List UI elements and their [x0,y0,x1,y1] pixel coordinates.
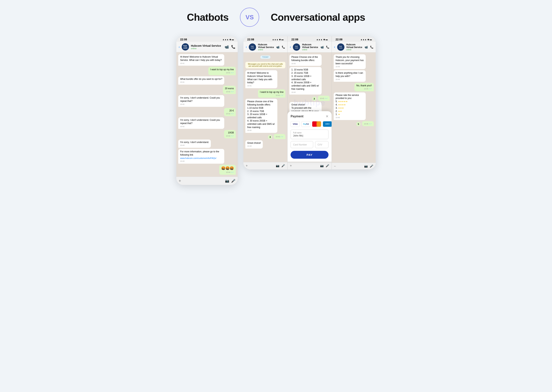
paypal-card[interactable]: PayPal [301,121,311,127]
conv-panel-left: 22:08 ▲▲▲ ◈ ▬ ‹ hubcom Hubcom Virtual Se… [243,36,288,169]
battery-icon-middle: ▬ [326,38,328,41]
number-badge-left: 3 [268,135,272,139]
fullname-value: John Mc| [293,134,303,137]
chat-info-left: Hubcom Virtual Service online [258,43,274,51]
plus-icon-chatbot[interactable]: + [179,178,181,183]
battery-icon-left: ▬ [281,38,283,41]
video-icon[interactable]: 📹 [225,45,229,49]
camera-icon-middle[interactable]: 📷 [320,164,324,168]
time-chatbot: 22:08 [180,38,187,41]
chat-header-icons-chatbot: 📹 📞 [225,45,235,49]
dash-icon-right: – [334,164,336,168]
msg-left-3: Please choose one of the following bundl… [245,99,277,133]
plus-icon-left[interactable]: + [246,164,248,168]
wifi-icon-middle: ◈ [323,38,325,41]
mic-icon-left[interactable]: 🎤 [281,164,285,168]
chat-status-middle: online [302,49,318,51]
fullname-label: Full name [293,132,326,134]
chat-footer-right: – 📷 🎤 [332,163,376,169]
chat-header-right: ‹ hubcom Hubcom Virtual Service online 📹… [332,42,376,52]
signal-icon-middle: ▲▲▲ [316,38,323,41]
msg-chatbot-reaction: 🤬🤬🤬 10:44 ✓✓ [219,165,236,175]
payment-overlay: Payment ✕ VISA PayPal AMEX Full name [288,111,331,162]
camera-icon-right[interactable]: 📷 [364,164,368,168]
avatar-chatbot: hubcom [182,43,189,50]
chat-body-right: Thank you for choosing Hubcom, your paym… [332,52,376,163]
call-icon[interactable]: 📞 [231,45,235,49]
card-number-input[interactable]: Card Number [291,141,313,148]
chat-header-middle: ‹ hubcom Hubcom Virtual Service online 📹… [288,42,331,52]
chatbots-title: Chatbots [187,12,228,23]
camera-icon-left[interactable]: 📷 [276,164,279,168]
pay-button[interactable]: PAY [291,151,328,159]
mastercard-card[interactable] [312,121,321,127]
msg-chatbot-5: I'm sorry, I don't understand. Could you… [178,95,224,107]
visa-card[interactable]: VISA [291,121,300,127]
chatbot-phone: 22:08 ▲▲▲ ◈ ▬ ‹ hubcom Hubcom Virtual Se… [176,36,238,185]
msg-chatbot-4: 20 euros 10:42 ✓✓ [223,86,236,94]
wifi-icon: ◈ [229,38,231,41]
msg-chatbot-7: I'm sorry, I don't understand. Could you… [178,117,224,129]
fullname-input[interactable]: Full name John Mc| [291,130,328,139]
cvv-input[interactable]: CVV [315,141,328,148]
video-icon-middle[interactable]: 📹 [320,46,324,49]
payment-close-button[interactable]: ✕ [326,114,328,119]
payment-title: Payment [291,115,303,118]
call-icon-middle[interactable]: 📞 [326,46,329,49]
call-icon-left[interactable]: 📞 [282,46,285,49]
chat-info-right: Hubcom Virtual Service online [346,43,363,51]
battery-icon-right: ▬ [370,38,372,41]
status-bar-left: 22:08 ▲▲▲ ◈ ▬ [243,36,287,42]
card-number-placeholder: Card Number [293,143,307,146]
msg-left-1: Hi there! Welcome to Hubcom Virtual Serv… [245,70,277,88]
chat-header-info-chatbot: Hubcom Virtual Service online [191,44,223,49]
chat-status-chatbot: online [191,47,223,49]
signal-icon: ▲▲▲ [222,38,229,41]
msg-chatbot-2: I want to top up my line 10:41 ✓✓ [208,67,236,75]
vs-text: VS [246,14,254,21]
msg-mid-2: 1. 10 euros 5GB2. 15 euros 7GB3. 20 euro… [290,67,321,95]
msg-right-2: Is there anything else I can help you wi… [334,70,366,82]
status-bar-chatbot: 22:08 ▲▲▲ ◈ ▬ [176,36,238,42]
wifi-icon-right: ◈ [367,38,369,41]
chat-info-middle: Hubcom Virtual Service online [302,43,318,51]
chat-footer-left: + 📷 🎤 [243,162,287,169]
chat-name-right: Hubcom Virtual Service [346,43,363,49]
mic-icon-middle[interactable]: 🎤 [326,164,329,168]
conv-panel-middle: 22:08 ▲▲▲ ◈ ▬ ‹ hubcom Hubcom Virtual Se… [288,36,332,169]
content-area: 22:08 ▲▲▲ ◈ ▬ ‹ hubcom Hubcom Virtual Se… [153,36,399,185]
msg-mid-3: 10:42 ✓✓ [318,96,330,101]
amex-card[interactable]: AMEX [323,121,332,127]
msg-right-4: Please rate the service provided to you:… [334,92,366,120]
status-bar-right: 22:08 ▲▲▲ ◈ ▬ [332,36,376,42]
plus-icon-middle[interactable]: + [290,164,292,168]
chat-header-left: ‹ hubcom Hubcom Virtual Service online 📹… [243,42,287,52]
wifi-icon-left: ◈ [279,38,281,41]
conv-panel-right: 22:08 ▲▲▲ ◈ ▬ ‹ hubcom Hubcom Virtual Se… [332,36,376,169]
time-right: 22:08 [336,38,342,41]
back-arrow-right[interactable]: ‹ [334,45,335,49]
number-badge-mid: 3 [312,97,316,101]
status-bar-middle: 22:08 ▲▲▲ ◈ ▬ [288,36,331,42]
avatar-middle: hubcom [293,43,300,51]
video-icon-right[interactable]: 📹 [364,46,368,49]
video-icon-left[interactable]: 📹 [276,46,279,49]
mic-icon-right[interactable]: 🎤 [370,164,373,168]
call-icon-right[interactable]: 📞 [370,46,373,49]
today-divider: TODAY [245,56,285,59]
mic-icon-chatbot[interactable]: 🎤 [231,179,235,183]
conv-app-phone: hubtipe 22:08 ▲▲▲ ◈ ▬ ‹ hubcom Hubcom Vi… [243,36,376,169]
chat-icons-right: 📹 📞 [364,46,373,49]
chat-status-left: online [258,49,274,51]
msg-right-5: 10:46 ✓✓ [362,121,374,126]
payment-title-row: Payment ✕ [291,114,328,119]
back-arrow-middle[interactable]: ‹ [290,45,291,49]
back-arrow-icon[interactable]: ‹ [179,45,180,49]
chat-icons-left: 📹 📞 [276,46,285,49]
msg-mid-3-row: 3 10:42 ✓✓ [290,96,329,101]
camera-icon-chatbot[interactable]: 📷 [225,179,229,183]
conv-apps-title: Conversational apps [271,12,365,23]
msg-chatbot-9: I'm sorry, I don't understand. 10:43 [178,140,211,148]
back-arrow-left[interactable]: ‹ [246,45,247,49]
chat-footer-middle: + 📷 🎤 [288,162,331,169]
